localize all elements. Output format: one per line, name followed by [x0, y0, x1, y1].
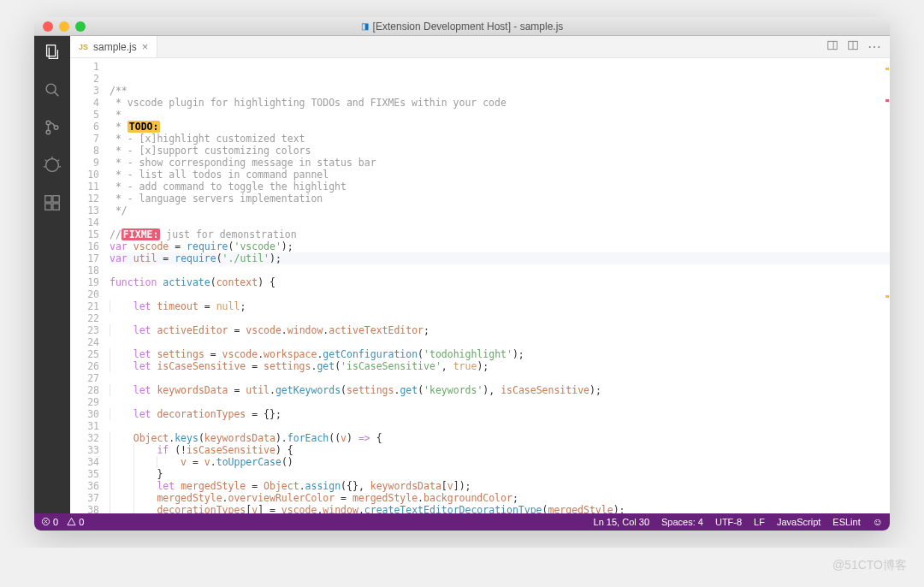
- code-line[interactable]: let activeEditor = vscode.window.activeT…: [110, 324, 890, 336]
- status-cursor[interactable]: Ln 15, Col 30: [594, 517, 649, 527]
- code-line[interactable]: [110, 312, 890, 324]
- editor[interactable]: 1234567891011121314151617181920212223242…: [70, 58, 890, 513]
- code-line[interactable]: /**: [110, 85, 890, 97]
- code-line[interactable]: if (!isCaseSensitive) {: [110, 444, 890, 456]
- code-line[interactable]: [110, 420, 890, 432]
- code-line[interactable]: [110, 372, 890, 384]
- status-eol[interactable]: LF: [754, 517, 765, 527]
- svg-rect-15: [53, 196, 59, 202]
- svg-point-3: [46, 121, 50, 125]
- code-line[interactable]: let keywordsData = util.getKeywords(sett…: [110, 384, 890, 396]
- svg-rect-14: [53, 204, 59, 210]
- code-line[interactable]: let mergedStyle = Object.assign({}, keyw…: [110, 480, 890, 492]
- svg-rect-13: [45, 204, 51, 210]
- titlebar: ◨ [Extension Development Host] - sample.…: [34, 17, 890, 36]
- app-window: ◨ [Extension Development Host] - sample.…: [34, 17, 890, 531]
- code-line[interactable]: var util = require('./util');: [110, 252, 890, 264]
- code-line[interactable]: * TODO:: [110, 121, 890, 133]
- code-line[interactable]: let isCaseSensitive = settings.get('isCa…: [110, 360, 890, 372]
- status-warnings[interactable]: 0: [67, 517, 84, 527]
- status-language[interactable]: JavaScript: [777, 517, 820, 527]
- layout-icon[interactable]: [847, 39, 859, 55]
- code-line[interactable]: * - list all todos in command pannel: [110, 169, 890, 181]
- status-indent[interactable]: Spaces: 4: [661, 517, 703, 527]
- status-errors[interactable]: 0: [41, 517, 58, 527]
- code-line[interactable]: mergedStyle.overviewRulerColor = mergedS…: [110, 492, 890, 504]
- code-line[interactable]: */: [110, 205, 890, 216]
- window-title-text: [Extension Development Host] - sample.js: [373, 21, 564, 33]
- app-body: JS sample.js × ⋯ 12345678910111213141516…: [34, 36, 890, 513]
- tab-actions: ⋯: [826, 36, 890, 57]
- editor-group: JS sample.js × ⋯ 12345678910111213141516…: [70, 36, 890, 513]
- code-line[interactable]: let timeout = null;: [110, 300, 890, 312]
- svg-rect-12: [45, 196, 51, 202]
- status-eslint[interactable]: ESLint: [832, 517, 860, 527]
- window-controls: [34, 21, 86, 32]
- activity-bar: [34, 36, 70, 513]
- code-line[interactable]: * - [x]support customizing colors: [110, 145, 890, 157]
- debug-icon[interactable]: [43, 156, 62, 178]
- code-line[interactable]: * - language servers implementation: [110, 193, 890, 205]
- close-window-button[interactable]: [43, 21, 53, 32]
- status-encoding[interactable]: UTF-8: [715, 517, 742, 527]
- code-line[interactable]: [110, 216, 890, 228]
- search-icon[interactable]: [43, 80, 62, 103]
- svg-point-1: [46, 84, 56, 93]
- code-line[interactable]: let settings = vscode.workspace.getConfi…: [110, 348, 890, 360]
- vscode-icon: ◨: [361, 21, 369, 31]
- line-number-gutter: 1234567891011121314151617181920212223242…: [70, 58, 110, 513]
- code-line[interactable]: * - [x]highlight customized text: [110, 133, 890, 145]
- tab-sample-js[interactable]: JS sample.js ×: [70, 36, 157, 57]
- code-line[interactable]: [110, 336, 890, 348]
- window-title: ◨ [Extension Development Host] - sample.…: [34, 21, 890, 33]
- code-line[interactable]: [110, 396, 890, 408]
- svg-line-2: [55, 92, 59, 97]
- svg-point-6: [46, 159, 59, 172]
- code-line[interactable]: decorationTypes[v] = vscode.window.creat…: [110, 504, 890, 513]
- minimize-window-button[interactable]: [59, 21, 69, 32]
- extensions-icon[interactable]: [43, 193, 62, 216]
- svg-point-5: [54, 126, 58, 130]
- svg-rect-0: [47, 45, 56, 56]
- js-file-icon: JS: [79, 43, 88, 51]
- code-area[interactable]: /** * vscode plugin for highlighting TOD…: [110, 58, 890, 513]
- code-line[interactable]: }: [110, 468, 890, 480]
- svg-line-8: [45, 160, 47, 162]
- code-line[interactable]: [110, 288, 890, 300]
- code-line[interactable]: * - show corresponding message in status…: [110, 157, 890, 169]
- source-control-icon[interactable]: [43, 118, 62, 140]
- svg-point-4: [46, 130, 50, 134]
- status-bar: 0 0 Ln 15, Col 30 Spaces: 4 UTF-8 LF Jav…: [34, 513, 890, 531]
- code-line[interactable]: //FIXME: just for demonstration: [110, 228, 890, 240]
- code-line[interactable]: function activate(context) {: [110, 276, 890, 288]
- svg-line-9: [57, 160, 59, 162]
- code-line[interactable]: Object.keys(keywordsData).forEach((v) =>…: [110, 432, 890, 444]
- code-line[interactable]: [110, 264, 890, 276]
- tab-bar: JS sample.js × ⋯: [70, 36, 890, 58]
- code-line[interactable]: * vscode plugin for highlighting TODOs a…: [110, 97, 890, 109]
- code-line[interactable]: var vscode = require('vscode');: [110, 240, 890, 252]
- code-line[interactable]: v = v.toUpperCase(): [110, 456, 890, 468]
- code-line[interactable]: let decorationTypes = {};: [110, 408, 890, 420]
- maximize-window-button[interactable]: [75, 21, 86, 32]
- code-line[interactable]: *: [110, 109, 890, 121]
- svg-rect-16: [828, 41, 838, 49]
- explorer-icon[interactable]: [43, 43, 62, 65]
- code-line[interactable]: * - add command to toggle the highlight: [110, 181, 890, 193]
- more-actions-icon[interactable]: ⋯: [868, 39, 881, 55]
- split-editor-icon[interactable]: [826, 39, 838, 55]
- overview-ruler[interactable]: [885, 58, 890, 513]
- feedback-icon[interactable]: ☺: [873, 516, 883, 528]
- close-tab-icon[interactable]: ×: [142, 40, 149, 53]
- tab-label: sample.js: [93, 41, 137, 53]
